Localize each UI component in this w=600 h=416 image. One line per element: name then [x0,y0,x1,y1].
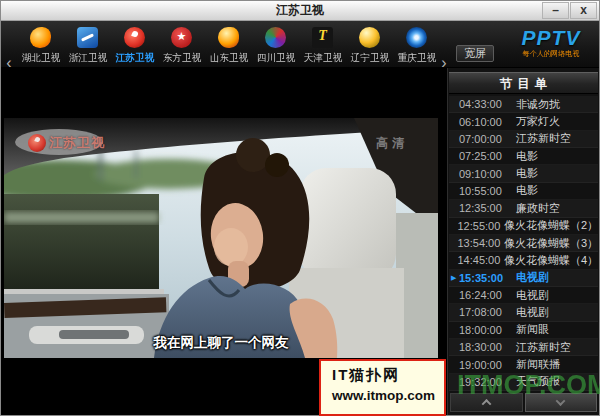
program-name: 电影 [516,149,538,164]
minimize-button[interactable]: – [542,2,569,19]
program-time: 14:45:00 [458,254,504,266]
pptv-logo: PPTV 每个人的网络电视 [506,27,596,59]
channel-tab-hubei[interactable]: 湖北卫视 [17,24,64,65]
program-name: 非诚勿扰 [516,97,560,112]
program-time: 12:55:00 [458,220,504,232]
channel-tab-liaoning[interactable]: 辽宁卫视 [346,24,393,65]
itmop-ad-title: IT猫扑网 [332,366,444,385]
program-name: 电视剧 [516,305,549,320]
channel-label: 天津卫视 [303,52,342,65]
program-name: 万家灯火 [516,114,560,129]
guide-scroll-controls [450,393,597,412]
program-guide-title: 节目单 [449,72,598,94]
title-bar[interactable]: 江苏卫视 – x [1,1,599,21]
video-subtitle: 我在网上聊了一个网友 [4,334,438,352]
channel-label: 重庆卫视 [397,52,436,65]
program-row[interactable]: 18:30:00江苏新时空 [449,339,598,356]
program-time: 10:55:00 [459,185,516,197]
shandong-tv-icon [218,27,239,48]
scroll-up-button[interactable] [450,393,523,412]
program-name: 新闻联播 [516,357,560,372]
channel-label: 辽宁卫视 [350,52,389,65]
dongfang-tv-icon [171,27,192,48]
video-scene [4,118,438,358]
zhejiang-tv-icon [77,27,98,48]
program-row[interactable]: 12:35:00廉政时空 [449,200,598,217]
program-list: 04:33:00非诚勿扰 06:10:00万家灯火 07:00:00江苏新时空 … [449,96,598,391]
video-frame: 江苏卫视 高清 我在网上聊了一个网友 [4,78,438,358]
program-row[interactable]: 19:32:00天气预报 [449,374,598,391]
channel-tab-shandong[interactable]: 山东卫视 [205,24,252,65]
program-time: 07:25:00 [459,150,516,162]
tianjin-tv-icon [312,27,333,48]
channel-label: 四川卫视 [256,52,295,65]
jiangsu-tv-watermark-icon [28,134,46,152]
channel-tab-tianjin[interactable]: 天津卫视 [299,24,346,65]
program-row[interactable]: 06:10:00万家灯火 [449,113,598,130]
program-time: 19:32:00 [459,376,516,388]
current-marker: ▶ [449,274,459,282]
program-name: 天气预报 [516,374,560,389]
channel-tab-dongfang[interactable]: 东方卫视 [158,24,205,65]
program-name: 廉政时空 [516,201,560,216]
program-name: 电视剧 [516,270,549,285]
channel-watermark-text: 江苏卫视 [49,134,105,152]
program-row[interactable]: 13:54:00像火花像蝴蝶（3） [449,235,598,252]
program-time: 15:35:00 [459,272,516,284]
program-row[interactable]: 07:00:00江苏新时空 [449,131,598,148]
program-name: 电影 [516,183,538,198]
channel-bar: ‹ 湖北卫视 浙江卫视 江苏卫视 东方卫视 山东卫视 [1,21,599,68]
program-row[interactable]: 19:00:00新闻联播 [449,356,598,373]
program-name: 像火花像蝴蝶（4） [504,253,598,268]
program-time: 18:30:00 [459,341,516,353]
close-button[interactable]: x [570,2,597,19]
chevron-up-icon [481,399,491,409]
program-row[interactable]: 04:33:00非诚勿扰 [449,96,598,113]
program-row[interactable]: 07:25:00电影 [449,148,598,165]
program-time: 13:54:00 [458,237,504,249]
program-row[interactable]: 10:55:00电影 [449,183,598,200]
program-name: 电影 [516,166,538,181]
program-row[interactable]: 18:00:00新闻眼 [449,322,598,339]
program-time: 12:35:00 [459,202,516,214]
program-row[interactable]: 16:24:00电视剧 [449,287,598,304]
window-title: 江苏卫视 [276,2,324,19]
jiangsu-tv-icon [124,27,145,48]
hubei-tv-icon [30,27,51,48]
program-time: 18:00:00 [459,324,516,336]
pptv-tagline: 每个人的网络电视 [508,49,594,59]
hd-badge: 高清 [376,135,408,152]
program-guide-panel: 节目单 04:33:00非诚勿扰 06:10:00万家灯火 07:00:00江苏… [447,68,599,415]
liaoning-tv-icon [359,27,380,48]
scroll-down-button[interactable] [525,393,598,412]
program-row[interactable]: 14:45:00像火花像蝴蝶（4） [449,252,598,269]
widescreen-button[interactable]: 宽屏 [456,45,494,62]
window-controls: – x [541,2,597,19]
program-name: 像火花像蝴蝶（2） [504,218,598,233]
channel-tab-sichuan[interactable]: 四川卫视 [252,24,299,65]
channel-label: 山东卫视 [209,52,248,65]
channel-tab-zhejiang[interactable]: 浙江卫视 [64,24,111,65]
program-row[interactable]: 17:08:00电视剧 [449,304,598,321]
channel-tab-chongqing[interactable]: 重庆卫视 [393,24,440,65]
channel-tab-jiangsu[interactable]: 江苏卫视 [111,24,158,65]
program-time: 09:10:00 [459,168,516,180]
program-time: 17:08:00 [459,306,516,318]
pptv-logo-text: PPTV [506,27,596,49]
program-row-current[interactable]: ▶15:35:00电视剧 [449,270,598,287]
program-name: 电视剧 [516,288,549,303]
program-time: 07:00:00 [459,133,516,145]
itmop-ad-box: IT猫扑网 www.itmop.com [319,359,446,416]
video-scene-art [4,118,438,358]
program-name: 江苏新时空 [516,340,571,355]
program-name: 江苏新时空 [516,131,571,146]
sichuan-tv-icon [265,27,286,48]
channel-label: 东方卫视 [162,52,201,65]
app-window: 江苏卫视 – x ‹ 湖北卫视 浙江卫视 江苏卫视 东方卫视 [0,0,600,416]
channel-label: 浙江卫视 [68,52,107,65]
program-time: 06:10:00 [459,116,516,128]
program-name: 新闻眼 [516,322,549,337]
program-row[interactable]: 12:55:00像火花像蝴蝶（2） [449,218,598,235]
program-name: 像火花像蝴蝶（3） [504,236,598,251]
program-row[interactable]: 09:10:00电影 [449,165,598,182]
